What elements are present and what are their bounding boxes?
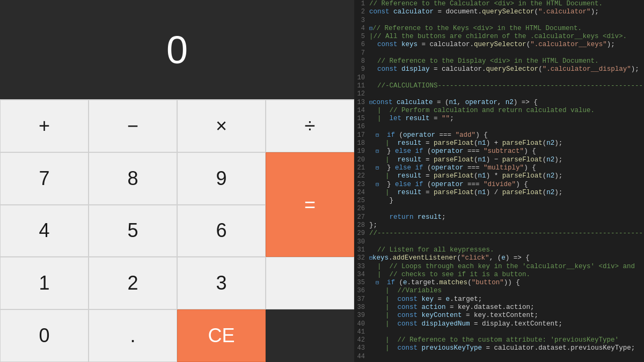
code-line-40: 40 | const displayedNum = display.textCo… xyxy=(354,320,644,328)
key-placeholder xyxy=(266,257,354,309)
key-ce[interactable]: CE xyxy=(177,309,266,362)
key-equals[interactable]: = xyxy=(266,152,354,257)
display-value: 0 xyxy=(166,28,188,72)
code-line-26: 26 xyxy=(354,205,644,213)
code-line-30: 30 xyxy=(354,238,644,246)
code-line-44: 44 xyxy=(354,353,644,361)
code-line-3: 3 xyxy=(354,17,644,25)
code-line-11: 11 //-CALCULATIONS----------------------… xyxy=(354,82,644,90)
code-line-24: 24 | result = parseFloat(n1) / parseFloa… xyxy=(354,189,644,197)
code-line-7: 7 xyxy=(354,49,644,57)
code-line-22: 22 | result = parseFloat(n1) * parseFloa… xyxy=(354,172,644,180)
code-line-35: 35 ⊟ if (e.target.matches("button")) { xyxy=(354,279,644,287)
code-line-10: 10 xyxy=(354,74,644,82)
code-line-25: 25 } xyxy=(354,197,644,205)
code-line-41: 41 xyxy=(354,328,644,336)
code-line-29: 29 //-----------------------------------… xyxy=(354,230,644,238)
key-divide[interactable]: ÷ xyxy=(266,100,354,152)
key-1[interactable]: 1 xyxy=(0,257,89,309)
code-line-34: 34 | // checks to see if it is a button. xyxy=(354,271,644,279)
display-area: 0 xyxy=(0,0,354,99)
code-line-21: 21 ⊟ } else if (operator === "multiply")… xyxy=(354,164,644,172)
code-line-36: 36 | //Variables xyxy=(354,287,644,295)
code-line-13: 13 ⊟const calculate = (n1, operator, n2)… xyxy=(354,99,644,107)
code-line-28: 28 }; xyxy=(354,221,644,230)
key-6[interactable]: 6 xyxy=(177,205,266,257)
key-add[interactable]: + xyxy=(0,100,89,152)
code-line-15: 15 | let result = ""; xyxy=(354,115,644,123)
code-panel: 1 // Reference to the Calculator <div> i… xyxy=(354,0,644,362)
key-3[interactable]: 3 xyxy=(177,257,266,309)
key-5[interactable]: 5 xyxy=(89,205,177,257)
key-2[interactable]: 2 xyxy=(89,257,177,309)
code-line-39: 39 | const keyContent = key.textContent; xyxy=(354,312,644,320)
key-4[interactable]: 4 xyxy=(0,205,89,257)
code-line-17: 17 ⊟ if (operator === "add") { xyxy=(354,131,644,139)
code-line-43: 43 | const previousKeyType = calculator.… xyxy=(354,344,644,352)
code-line-27: 27 return result; xyxy=(354,213,644,221)
keys-grid: + − × ÷ 7 8 9 = 4 5 6 1 2 3 0 . CE xyxy=(0,99,354,362)
code-line-20: 20 | result = parseFloat(n1) − parseFloa… xyxy=(354,156,644,164)
code-line-33: 33 | // Loops through each key in the 'c… xyxy=(354,263,644,271)
code-line-12: 12 xyxy=(354,90,644,98)
code-line-19: 19 ⊟ } else if (operator === "subtract")… xyxy=(354,147,644,156)
key-0[interactable]: 0 xyxy=(0,309,89,362)
code-line-4: 4 ⊟// Reference to the Keys <div> in the… xyxy=(354,25,644,33)
code-line-5: 5 |// All the buttons are children of th… xyxy=(354,33,644,41)
code-line-38: 38 | const action = key.dataset.action; xyxy=(354,304,644,312)
key-8[interactable]: 8 xyxy=(89,152,177,205)
code-line-8: 8 // Reference to the Display <div> in t… xyxy=(354,57,644,65)
code-line-37: 37 | const key = e.target; xyxy=(354,295,644,304)
calculator-panel: 0 + − × ÷ 7 8 9 = 4 5 6 1 2 3 0 . CE xyxy=(0,0,354,362)
code-line-9: 9 const display = calculator.querySelect… xyxy=(354,65,644,73)
code-line-1: 1 // Reference to the Calculator <div> i… xyxy=(354,0,644,8)
key-subtract[interactable]: − xyxy=(89,100,177,152)
code-line-16: 16 xyxy=(354,123,644,131)
key-decimal[interactable]: . xyxy=(89,309,177,362)
code-line-32: 32 ⊟keys.addEventListener("click", (e) =… xyxy=(354,254,644,262)
key-7[interactable]: 7 xyxy=(0,152,89,205)
code-line-6: 6 const keys = calculator.querySelector(… xyxy=(354,41,644,49)
code-line-14: 14 | // Perform calculation and return c… xyxy=(354,107,644,115)
code-line-31: 31 // Listen for all keypresses. xyxy=(354,246,644,254)
code-line-23: 23 ⊟ } else if (operator === "divide") { xyxy=(354,181,644,189)
code-line-42: 42 | // Reference to the custom attribut… xyxy=(354,336,644,344)
key-9[interactable]: 9 xyxy=(177,152,266,205)
code-line-18: 18 | result = parseFloat(n1) + parseFloa… xyxy=(354,139,644,147)
code-line-2: 2 const calculator = document.querySelec… xyxy=(354,8,644,16)
key-multiply[interactable]: × xyxy=(177,100,266,152)
